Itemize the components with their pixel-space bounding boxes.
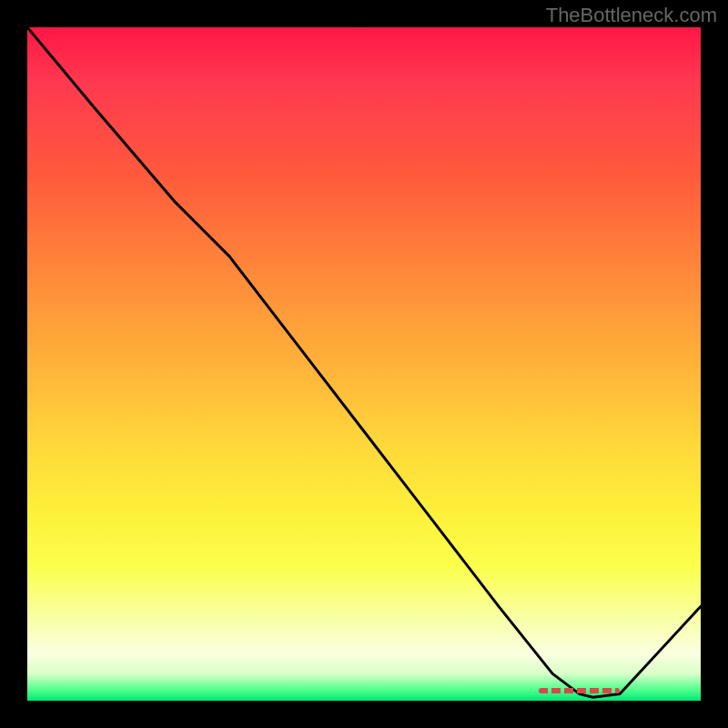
optimal-range-marker xyxy=(539,688,620,693)
chart-curve xyxy=(27,27,701,701)
attribution-text: TheBottleneck.com xyxy=(546,4,717,27)
chart-plot-area xyxy=(27,27,701,701)
